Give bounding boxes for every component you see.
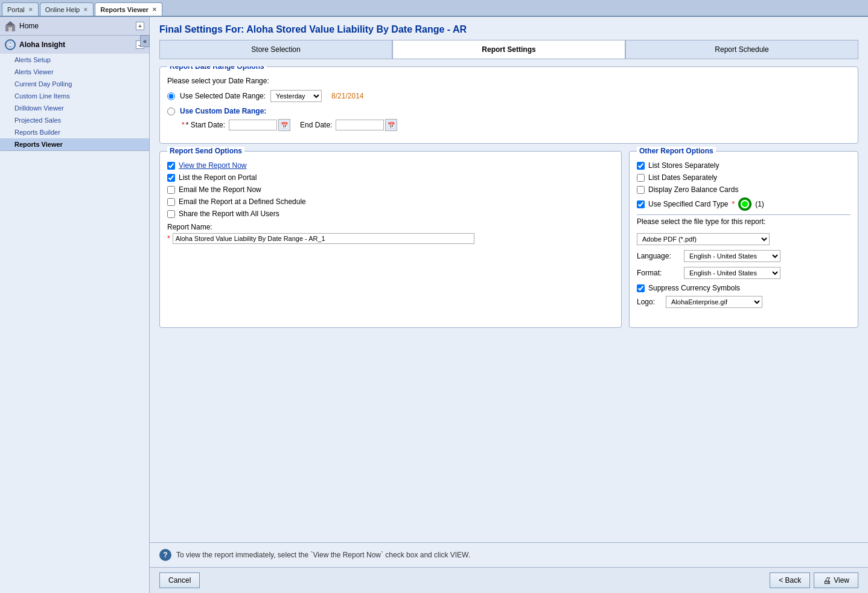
display-zero-balance-label: Display Zero Balance Cards: [648, 185, 738, 194]
sidebar-item-custom-line-items[interactable]: Custom Line Items: [0, 90, 149, 102]
email-report-schedule-label: Email the Report at a Defined Schedule: [179, 197, 306, 206]
list-dates-separately-checkbox[interactable]: [637, 174, 645, 182]
sidebar-item-projected-sales[interactable]: Projected Sales: [0, 114, 149, 126]
page-title: Final Settings For: Aloha Stored Value L…: [150, 17, 868, 40]
sidebar-item-home[interactable]: Home +: [0, 17, 149, 36]
start-date-calendar-button[interactable]: 📅: [278, 119, 290, 131]
wizard-tab-report-settings[interactable]: Report Settings: [392, 40, 625, 59]
other-option-list-dates: List Dates Separately: [637, 173, 850, 182]
footer-bar: Cancel < Back 🖨 View: [150, 567, 868, 593]
send-options-section-title: Report Send Options: [167, 147, 244, 155]
sidebar-item-drilldown-viewer[interactable]: Drilldown Viewer: [0, 102, 149, 114]
sidebar-nav-list: Alerts Setup Alerts Viewer Current Day P…: [0, 54, 149, 150]
logo-select[interactable]: AlohaEnterprise.gif: [666, 296, 762, 308]
other-options-section: Other Report Options List Stores Separat…: [629, 151, 858, 328]
start-date-input[interactable]: 8/21/2014: [229, 120, 277, 130]
cancel-button[interactable]: Cancel: [159, 572, 200, 588]
file-type-label: Please select the file type for this rep…: [637, 217, 765, 226]
tab-reports-viewer[interactable]: Reports Viewer ✕: [95, 2, 162, 16]
date-range-radio2-row: Use Custom Date Range: * * Start Date: 8…: [167, 107, 850, 131]
other-option-card-type: Use Specified Card Type * (1): [637, 197, 850, 211]
send-option-list-portal: List the Report on Portal: [167, 173, 614, 182]
date-range-radio1-row: Use Selected Date Range: Yesterday Today…: [167, 90, 850, 102]
end-date-calendar-button[interactable]: 📅: [385, 119, 397, 131]
date-display: 8/21/2014: [331, 92, 363, 100]
sidebar-item-alerts-setup[interactable]: Alerts Setup: [0, 54, 149, 66]
list-dates-separately-label: List Dates Separately: [648, 173, 717, 182]
report-name-row: Report Name: *: [167, 223, 614, 244]
email-report-schedule-checkbox[interactable]: [167, 198, 175, 206]
send-options-col: Report Send Options View the Report Now …: [159, 151, 622, 328]
suppress-currency-row: Suppress Currency Symbols: [637, 284, 850, 292]
end-date-label: End Date:: [300, 121, 332, 129]
report-name-label: Report Name:: [167, 223, 614, 231]
other-options-content: List Stores Separately List Dates Separa…: [630, 152, 858, 320]
tab-reports-viewer-close[interactable]: ✕: [152, 7, 157, 13]
tab-portal[interactable]: Portal ✕: [2, 2, 39, 16]
sidebar-section-header-aloha-insight[interactable]: Aloha Insight –: [0, 36, 149, 54]
send-options-content: View the Report Now List the Report on P…: [160, 152, 621, 251]
sidebar-section-title-aloha-insight: Aloha Insight: [19, 40, 132, 49]
separator: [637, 214, 850, 215]
tab-bar: Portal ✕ Online Help ✕ Reports Viewer ✕: [0, 0, 868, 17]
tab-portal-label: Portal: [7, 6, 25, 13]
report-name-input[interactable]: [173, 233, 474, 244]
sidebar: « Home +: [0, 17, 150, 593]
footer-right-buttons: < Back 🖨 View: [770, 572, 858, 588]
tab-portal-close[interactable]: ✕: [28, 7, 33, 13]
list-stores-separately-label: List Stores Separately: [648, 161, 719, 170]
wizard-tab-report-schedule[interactable]: Report Schedule: [625, 40, 858, 59]
tab-online-help[interactable]: Online Help ✕: [40, 2, 94, 16]
view-report-now-checkbox[interactable]: [167, 162, 175, 170]
calendar-icon: 📅: [281, 122, 288, 129]
format-row: Format: English - United States: [637, 267, 850, 279]
required-asterisk: *: [732, 200, 735, 208]
sidebar-section-aloha-insight: Aloha Insight – Alerts Setup Alerts View…: [0, 36, 149, 151]
use-specified-card-type-label: Use Specified Card Type: [648, 200, 729, 208]
sidebar-item-reports-builder[interactable]: Reports Builder: [0, 126, 149, 138]
card-type-add-button[interactable]: [738, 197, 752, 211]
svg-point-4: [9, 43, 11, 46]
email-report-now-label: Email Me the Report Now: [179, 185, 261, 194]
sidebar-home-toggle[interactable]: +: [136, 22, 144, 30]
sidebar-item-alerts-viewer[interactable]: Alerts Viewer: [0, 66, 149, 78]
list-report-portal-checkbox[interactable]: [167, 174, 175, 182]
date-range-dropdown[interactable]: Yesterday Today This Week Last Week This…: [270, 90, 322, 102]
file-type-select[interactable]: Adobe PDF (*.pdf) Excel (*.xls) CSV (*.c…: [637, 233, 770, 245]
use-selected-date-range-label: Use Selected Date Range:: [180, 92, 266, 100]
language-select[interactable]: English - United States: [684, 250, 780, 262]
share-report-users-checkbox[interactable]: [167, 210, 175, 218]
svg-rect-2: [8, 27, 12, 31]
sidebar-collapse-button[interactable]: «: [140, 35, 150, 47]
format-label: Format:: [637, 269, 679, 277]
start-date-required: *: [182, 121, 185, 129]
cancel-label: Cancel: [168, 576, 191, 585]
use-custom-date-range-radio[interactable]: [167, 107, 175, 115]
back-button[interactable]: < Back: [770, 572, 810, 588]
view-report-now-label[interactable]: View the Report Now: [179, 161, 247, 170]
send-option-share-users: Share the Report with All Users: [167, 210, 614, 218]
info-bar: ? To view the report immediately, select…: [150, 542, 868, 567]
end-calendar-icon: 📅: [388, 122, 395, 129]
format-select[interactable]: English - United States: [684, 267, 780, 279]
end-date-input[interactable]: [336, 120, 384, 130]
sidebar-item-current-day-polling[interactable]: Current Day Polling: [0, 78, 149, 90]
email-report-now-checkbox[interactable]: [167, 186, 175, 194]
tab-online-help-close[interactable]: ✕: [83, 7, 88, 13]
use-specified-card-type-checkbox[interactable]: [637, 200, 645, 208]
wizard-tabs: Store Selection Report Settings Report S…: [159, 40, 858, 59]
file-type-row: Please select the file type for this rep…: [637, 217, 850, 245]
suppress-currency-checkbox[interactable]: [637, 284, 645, 292]
tab-online-help-label: Online Help: [45, 6, 80, 13]
language-label: Language:: [637, 252, 679, 260]
wizard-tab-store-selection[interactable]: Store Selection: [159, 40, 392, 59]
use-selected-date-range-radio[interactable]: [167, 92, 175, 100]
list-stores-separately-checkbox[interactable]: [637, 162, 645, 170]
sidebar-item-reports-viewer[interactable]: Reports Viewer: [0, 138, 149, 150]
view-icon: 🖨: [823, 575, 831, 585]
send-options-section: Report Send Options View the Report Now …: [159, 151, 622, 328]
other-options-col: Other Report Options List Stores Separat…: [629, 151, 858, 328]
display-zero-balance-checkbox[interactable]: [637, 186, 645, 194]
view-button[interactable]: 🖨 View: [814, 572, 858, 588]
start-date-field: * * Start Date: 8/21/2014 📅: [182, 119, 290, 131]
